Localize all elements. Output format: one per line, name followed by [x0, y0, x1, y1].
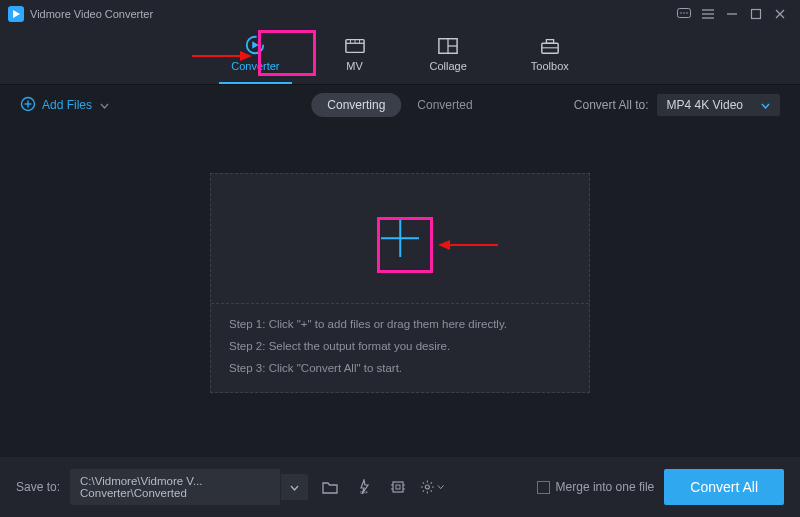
tab-label: Converter: [231, 60, 279, 72]
maximize-button[interactable]: [744, 4, 768, 24]
tab-mv[interactable]: MV: [336, 32, 374, 78]
drop-zone-top: [211, 174, 589, 304]
open-folder-button[interactable]: [318, 475, 342, 499]
save-path-group: C:\Vidmore\Vidmore V... Converter\Conver…: [70, 469, 308, 505]
instruction-step: Step 3: Click "Convert All" to start.: [229, 362, 571, 374]
mv-icon: [344, 34, 366, 56]
tab-label: MV: [346, 60, 363, 72]
top-nav: Converter MV Collage Toolbox: [0, 28, 800, 84]
bottom-bar: Save to: C:\Vidmore\Vidmore V... Convert…: [0, 457, 800, 517]
toolbox-icon: [539, 34, 561, 56]
svg-text:OFF: OFF: [360, 490, 369, 495]
chevron-down-icon: [761, 98, 770, 112]
svg-point-36: [425, 485, 429, 489]
svg-marker-0: [13, 10, 20, 18]
main-area: Step 1: Click "+" to add files or drag t…: [0, 118, 800, 447]
title-bar: Vidmore Video Converter: [0, 0, 800, 28]
svg-point-4: [686, 12, 688, 14]
settings-button[interactable]: [420, 475, 444, 499]
svg-rect-9: [752, 10, 761, 19]
svg-marker-13: [253, 41, 259, 48]
save-to-label: Save to:: [16, 480, 60, 494]
status-tab-converting[interactable]: Converting: [311, 93, 401, 117]
merge-label: Merge into one file: [556, 480, 655, 494]
app-title: Vidmore Video Converter: [30, 8, 153, 20]
save-path-field[interactable]: C:\Vidmore\Vidmore V... Converter\Conver…: [70, 469, 280, 505]
output-format-select[interactable]: MP4 4K Video: [657, 94, 781, 116]
svg-rect-31: [396, 485, 400, 489]
svg-point-3: [683, 12, 685, 14]
drop-zone[interactable]: Step 1: Click "+" to add files or drag t…: [210, 173, 590, 393]
minimize-button[interactable]: [720, 4, 744, 24]
app-logo-icon: [8, 6, 24, 22]
tab-converter[interactable]: Converter: [223, 32, 287, 78]
tab-toolbox[interactable]: Toolbox: [523, 32, 577, 78]
plus-circle-icon: [20, 96, 36, 115]
svg-rect-30: [393, 482, 403, 492]
converter-icon: [244, 34, 266, 56]
output-format-value: MP4 4K Video: [667, 98, 744, 112]
save-path-dropdown[interactable]: [280, 474, 308, 500]
svg-rect-23: [546, 40, 553, 44]
close-button[interactable]: [768, 4, 792, 24]
checkbox-icon: [537, 481, 550, 494]
high-speed-toggle[interactable]: OFF: [352, 475, 376, 499]
tab-collage[interactable]: Collage: [422, 32, 475, 78]
tab-label: Collage: [430, 60, 467, 72]
tab-label: Toolbox: [531, 60, 569, 72]
menu-icon[interactable]: [696, 4, 720, 24]
instructions: Step 1: Click "+" to add files or drag t…: [211, 304, 589, 392]
status-tab-converted[interactable]: Converted: [401, 93, 488, 117]
chevron-down-icon: [100, 98, 109, 112]
add-files-plus-icon[interactable]: [379, 217, 421, 259]
feedback-icon[interactable]: [672, 4, 696, 24]
add-files-button[interactable]: Add Files: [20, 96, 109, 115]
convert-all-to: Convert All to: MP4 4K Video: [574, 94, 780, 116]
gpu-toggle[interactable]: [386, 475, 410, 499]
convert-all-button[interactable]: Convert All: [664, 469, 784, 505]
convert-all-to-label: Convert All to:: [574, 98, 649, 112]
instruction-step: Step 2: Select the output format you des…: [229, 340, 571, 352]
collage-icon: [437, 34, 459, 56]
instruction-step: Step 1: Click "+" to add files or drag t…: [229, 318, 571, 330]
status-tabs: Converting Converted: [311, 93, 488, 117]
merge-checkbox[interactable]: Merge into one file: [537, 480, 655, 494]
add-files-label: Add Files: [42, 98, 92, 112]
svg-point-2: [680, 12, 682, 14]
